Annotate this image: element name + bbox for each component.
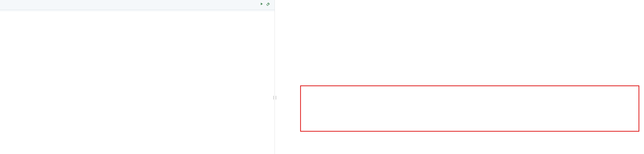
pane-divider-handle-icon[interactable]: || xyxy=(273,94,276,101)
request-actions xyxy=(259,2,271,8)
request-pane xyxy=(0,0,275,154)
run-icon[interactable] xyxy=(259,2,264,8)
response-body[interactable] xyxy=(275,0,642,1)
response-pane xyxy=(275,0,642,154)
annotation-box xyxy=(300,86,639,132)
wrench-icon[interactable] xyxy=(266,2,271,8)
request-body-editor[interactable] xyxy=(0,10,274,11)
request-first-line[interactable] xyxy=(0,0,274,10)
